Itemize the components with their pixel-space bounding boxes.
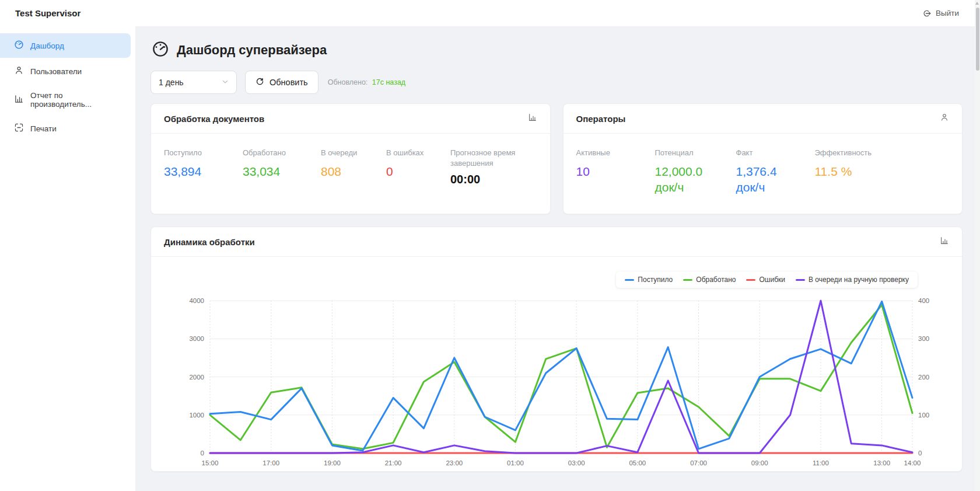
legend-item[interactable]: Поступило [625,276,673,284]
legend-label: Ошибки [759,276,785,284]
refresh-icon [256,77,264,88]
app-title: Test Supervisor [15,8,80,18]
svg-text:13:00: 13:00 [873,459,890,466]
main-content: Дашборд супервайзера 1 день Обновить Обн… [135,26,980,491]
legend-item[interactable]: Обработано [683,276,736,284]
gauge-title-icon [152,40,169,60]
svg-text:0: 0 [201,450,204,457]
legend-swatch [625,279,634,281]
svg-text:14:00: 14:00 [904,459,921,466]
refresh-label: Обновить [270,78,308,87]
stat-processed: Обработано 33,034 [243,148,320,187]
svg-text:200: 200 [918,374,929,381]
svg-text:03:00: 03:00 [568,459,585,466]
stat-potential: Потенциал 12,000.0док/ч [655,148,735,195]
sidebar-item-label: Печати [30,124,57,133]
svg-text:400: 400 [918,297,929,304]
legend-item[interactable]: В очереди на ручную проверку [796,276,909,284]
sidebar-item-performance-report[interactable]: Отчет по производитель... [0,85,131,115]
svg-text:17:00: 17:00 [262,459,279,466]
stat-fact: Факт 1,376.4док/ч [736,148,814,195]
dynamics-chart[interactable]: 01000200030004000010020030040015:0017:00… [151,257,955,469]
bar-chart-icon [14,94,24,106]
page-scrollbar[interactable] [975,0,980,491]
scroll-up-arrow[interactable] [975,2,979,5]
svg-text:21:00: 21:00 [385,459,402,466]
period-select[interactable]: 1 день [150,71,237,94]
bar-chart-icon [940,236,949,248]
chart-legend: ПоступилоОбработаноОшибкиВ очереди на ру… [616,271,918,288]
svg-text:19:00: 19:00 [324,459,341,466]
logout-icon [922,9,932,18]
svg-text:05:00: 05:00 [629,459,646,466]
svg-text:4000: 4000 [189,297,204,304]
user-icon [14,65,24,77]
svg-text:0: 0 [918,450,922,457]
svg-text:300: 300 [918,335,929,342]
scrollbar-thumb[interactable] [976,8,979,71]
topbar: Test Supervisor Выйти [0,0,980,26]
chevron-down-icon [222,78,229,87]
legend-label: В очереди на ручную проверку [808,276,909,284]
operators-card: Операторы Активные 10 Потенциал 12,000.0… [563,103,963,214]
updated-status: Обновлено: 17с назад [328,78,405,86]
bar-chart-icon [528,113,537,124]
svg-text:01:00: 01:00 [507,459,524,466]
svg-text:07:00: 07:00 [690,459,707,466]
page-title: Дашборд супервайзера [177,43,327,58]
svg-text:1000: 1000 [189,412,204,419]
legend-swatch [683,279,692,281]
logout-label: Выйти [936,9,959,18]
svg-text:09:00: 09:00 [751,459,768,466]
legend-item[interactable]: Ошибки [746,276,785,284]
legend-swatch [796,279,805,281]
operators-card-title: Операторы [576,114,626,124]
svg-text:11:00: 11:00 [813,459,829,466]
stat-forecast-finish: Прогнозное время завершения 00:00 [450,148,532,187]
svg-text:15:00: 15:00 [202,459,219,466]
processing-card-title: Обработка документов [164,114,264,124]
sidebar-item-stamps[interactable]: Печати [0,116,131,141]
legend-swatch [746,279,755,281]
svg-text:2000: 2000 [189,374,204,381]
dynamics-card-title: Динамика обработки [164,237,255,247]
sidebar-item-label: Отчет по производитель... [30,91,125,109]
chart-region: ПоступилоОбработаноОшибкиВ очереди на ру… [151,257,962,469]
dynamics-card: Динамика обработки ПоступилоОбработаноОш… [150,227,963,472]
processing-card: Обработка документов Поступило 33,894 Об… [150,103,551,214]
period-select-value: 1 день [159,78,184,87]
stat-incoming: Поступило 33,894 [164,148,242,187]
sidebar-item-dashboard[interactable]: Дашборд [0,33,131,58]
user-icon [940,113,949,124]
sidebar: Дашборд Пользователи Отчет по производит… [0,26,135,491]
logout-button[interactable]: Выйти [922,9,959,18]
updated-label: Обновлено: [328,78,368,86]
stat-queued: В очереди 808 [321,148,385,187]
legend-label: Поступило [638,276,673,284]
legend-label: Обработано [696,276,736,284]
gauge-icon [14,40,24,51]
svg-text:3000: 3000 [189,335,204,342]
refresh-button[interactable]: Обновить [245,71,318,94]
stamp-icon [14,123,24,134]
updated-value: 17с назад [372,78,405,86]
svg-text:23:00: 23:00 [446,459,463,466]
stat-errors: В ошибках 0 [386,148,449,187]
sidebar-item-label: Дашборд [30,41,64,50]
stat-efficiency: Эффективность 11.5 % [815,148,900,195]
sidebar-item-users[interactable]: Пользователи [0,59,131,83]
stat-active-operators: Активные 10 [576,148,654,195]
sidebar-item-label: Пользователи [30,67,82,76]
svg-text:100: 100 [918,412,929,419]
